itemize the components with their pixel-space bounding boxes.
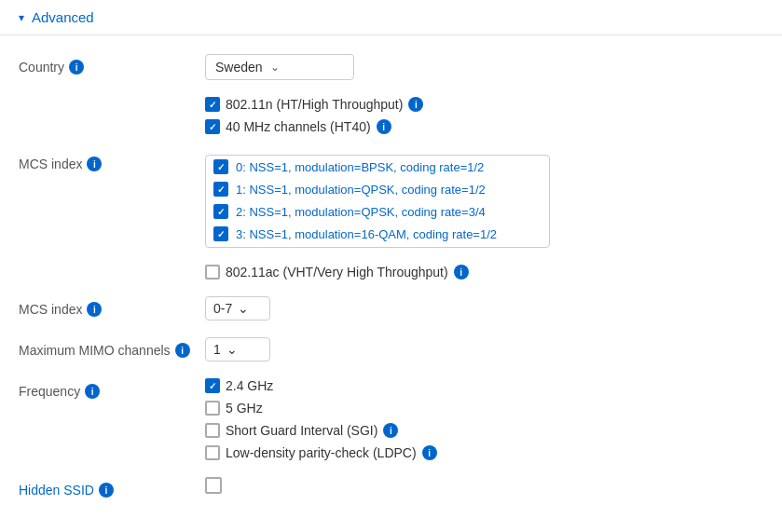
wifi-ac-control: 802.11ac (VHT/Very High Throughput) i (205, 265, 763, 280)
freq-ldpc-text: Low-density parity-check (LDPC) (226, 445, 417, 460)
freq-sgi-text: Short Guard Interval (SGI) (226, 423, 377, 438)
freq-ldpc-info-icon[interactable]: i (422, 445, 437, 460)
freq-24ghz-checkbox[interactable]: ✓ (205, 378, 220, 393)
mcs-index-control: ✓ 0: NSS=1, modulation=BPSK, coding rate… (205, 151, 763, 248)
hidden-ssid-checkbox[interactable] (205, 477, 222, 494)
mimo-select-value: 1 (213, 342, 221, 357)
country-label: Country i (19, 54, 205, 75)
mcs-item-3-checkbox[interactable]: ✓ (213, 226, 228, 241)
mcs-select-value: 0-7 (213, 301, 232, 316)
mcs-item-1-check: ✓ (217, 184, 225, 195)
mcs-select-row: MCS index i 0-7 ⌄ (19, 296, 763, 321)
frequency-row: Frequency i ✓ 2.4 GHz 5 GHz (19, 378, 763, 460)
wifi-40mhz-checkbox[interactable]: ✓ (205, 119, 220, 134)
hidden-ssid-control (205, 477, 763, 497)
country-row: Country i Sweden ⌄ (19, 54, 763, 80)
wifi-n-info-icon[interactable]: i (408, 97, 423, 112)
freq-5ghz-label[interactable]: 5 GHz (205, 401, 263, 416)
mcs-item-0-check: ✓ (217, 162, 225, 172)
freq-5ghz-text: 5 GHz (226, 401, 263, 416)
mcs-item-0-checkbox[interactable]: ✓ (213, 159, 228, 174)
chevron-icon: ▾ (19, 11, 24, 24)
freq-ldpc-label[interactable]: Low-density parity-check (LDPC) i (205, 445, 437, 460)
hidden-ssid-row: Hidden SSID i (19, 477, 763, 498)
mimo-select[interactable]: 1 ⌄ (205, 337, 270, 361)
mcs-list-box[interactable]: ✓ 0: NSS=1, modulation=BPSK, coding rate… (205, 155, 550, 248)
advanced-section-header[interactable]: ▾ Advanced (0, 0, 782, 35)
mcs-item-2-label: 2: NSS=1, modulation=QPSK, coding rate=3… (236, 205, 486, 219)
wifi-ac-label-spacer (19, 265, 205, 270)
wifi-ac-checkbox[interactable] (205, 265, 220, 280)
mcs-select-info-icon[interactable]: i (87, 302, 102, 317)
wifi-n-checkbox[interactable]: ✓ (205, 97, 220, 112)
mcs-select-arrow: ⌄ (238, 301, 249, 316)
wifi-n-label[interactable]: ✓ 802.11n (HT/High Throughput) i (205, 97, 423, 112)
mcs-select-label: MCS index i (19, 296, 205, 317)
mcs-item-2-check: ✓ (217, 207, 225, 217)
hidden-ssid-info-icon[interactable]: i (99, 483, 114, 498)
wifi-40mhz-check: ✓ (209, 122, 216, 132)
mcs-select-control: 0-7 ⌄ (205, 296, 763, 321)
hidden-ssid-label: Hidden SSID i (19, 477, 205, 498)
freq-24ghz-text: 2.4 GHz (226, 378, 273, 393)
freq-sgi-label[interactable]: Short Guard Interval (SGI) i (205, 423, 398, 438)
country-select-arrow: ⌄ (270, 61, 280, 74)
freq-ldpc-item: Low-density parity-check (LDPC) i (205, 445, 763, 460)
wifi-40mhz-text: 40 MHz channels (HT40) (226, 119, 371, 134)
wifi-ac-info-icon[interactable]: i (454, 265, 469, 280)
wifi-40mhz-checkbox-item: ✓ 40 MHz channels (HT40) i (205, 119, 763, 134)
mcs-item-3-label: 3: NSS=1, modulation=16-QAM, coding rate… (236, 227, 497, 241)
freq-sgi-item: Short Guard Interval (SGI) i (205, 423, 763, 438)
frequency-info-icon[interactable]: i (85, 384, 100, 399)
frequency-label-text: Frequency (19, 384, 80, 399)
country-select[interactable]: Sweden ⌄ (205, 54, 354, 80)
wifi-40mhz-info-icon[interactable]: i (377, 119, 391, 134)
wifi-ac-checkbox-item: 802.11ac (VHT/Very High Throughput) i (205, 265, 763, 280)
mcs-item-1-checkbox[interactable]: ✓ (213, 182, 228, 197)
freq-24ghz-item: ✓ 2.4 GHz (205, 378, 763, 393)
freq-sgi-info-icon[interactable]: i (383, 423, 398, 438)
wifi-40mhz-label[interactable]: ✓ 40 MHz channels (HT40) i (205, 119, 391, 134)
mimo-label: Maximum MIMO channels i (19, 337, 205, 358)
wifi-n-checkbox-item: ✓ 802.11n (HT/High Throughput) i (205, 97, 763, 112)
wifi-n-check: ✓ (209, 100, 216, 110)
freq-5ghz-checkbox[interactable] (205, 401, 220, 416)
mimo-select-arrow: ⌄ (226, 342, 238, 357)
mcs-select-label-text: MCS index (19, 302, 82, 317)
list-item[interactable]: ✓ 2: NSS=1, modulation=QPSK, coding rate… (206, 200, 549, 223)
wifi-n-control: ✓ 802.11n (HT/High Throughput) i ✓ 40 MH… (205, 97, 763, 134)
mcs-index-label: MCS index i (19, 151, 205, 171)
country-info-icon[interactable]: i (69, 60, 84, 75)
mcs-item-1-label: 1: NSS=1, modulation=QPSK, coding rate=1… (236, 183, 486, 197)
list-item[interactable]: ✓ 1: NSS=1, modulation=QPSK, coding rate… (206, 178, 549, 200)
country-label-text: Country (19, 60, 64, 75)
advanced-content: Country i Sweden ⌄ ✓ 802.11n (HT/High Th… (0, 35, 782, 532)
wifi-n-row: ✓ 802.11n (HT/High Throughput) i ✓ 40 MH… (19, 97, 763, 134)
mcs-item-3-check: ✓ (217, 229, 225, 239)
wifi-ac-text: 802.11ac (VHT/Very High Throughput) (226, 265, 448, 280)
hidden-ssid-label-text: Hidden SSID (19, 483, 94, 498)
mcs-index-info-icon[interactable]: i (87, 157, 102, 171)
mcs-select-dropdown[interactable]: 0-7 ⌄ (205, 296, 270, 321)
section-title: Advanced (32, 9, 94, 25)
wifi-n-label-spacer (19, 97, 205, 102)
list-item[interactable]: ✓ 0: NSS=1, modulation=BPSK, coding rate… (206, 156, 549, 178)
mcs-item-2-checkbox[interactable]: ✓ (213, 204, 228, 219)
mcs-index-row: MCS index i ✓ 0: NSS=1, modulation=BPSK,… (19, 151, 763, 248)
freq-5ghz-item: 5 GHz (205, 401, 763, 416)
wifi-ac-label[interactable]: 802.11ac (VHT/Very High Throughput) i (205, 265, 469, 280)
mcs-index-label-text: MCS index (19, 157, 82, 171)
freq-sgi-checkbox[interactable] (205, 423, 220, 438)
list-item[interactable]: ✓ 3: NSS=1, modulation=16-QAM, coding ra… (206, 223, 549, 245)
frequency-label: Frequency i (19, 378, 205, 399)
freq-ldpc-checkbox[interactable] (205, 445, 220, 460)
mimo-info-icon[interactable]: i (175, 343, 190, 358)
country-control: Sweden ⌄ (205, 54, 763, 80)
wifi-n-text: 802.11n (HT/High Throughput) (226, 97, 403, 112)
freq-24ghz-label[interactable]: ✓ 2.4 GHz (205, 378, 273, 393)
freq-24ghz-check: ✓ (209, 381, 216, 391)
frequency-control: ✓ 2.4 GHz 5 GHz Short Guard Interval (SG… (205, 378, 763, 460)
mimo-control: 1 ⌄ (205, 337, 763, 361)
mimo-label-text: Maximum MIMO channels (19, 343, 171, 358)
mimo-row: Maximum MIMO channels i 1 ⌄ (19, 337, 763, 361)
